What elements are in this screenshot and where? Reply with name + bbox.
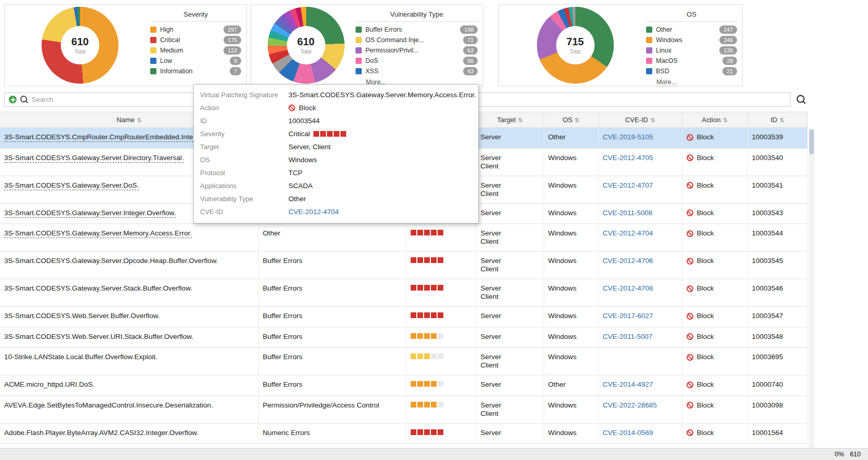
table-row[interactable]: Adobe.Flash.Player.ByteArray.AVM2.CASI32… (0, 423, 807, 444)
cve-link[interactable]: CVE-2014-0569 (603, 429, 653, 437)
column-header-target[interactable]: Target⇅ (476, 112, 544, 128)
table-row[interactable]: 3S-Smart.CODESYS.Gateway.Server.Memory.A… (0, 224, 807, 252)
cell-id: 10003543 (747, 203, 807, 224)
signature-name-link[interactable]: 3S-Smart.CODESYS.Gateway.Server.Integer.… (4, 209, 176, 218)
target-line: Client (481, 190, 540, 198)
vertical-scrollbar[interactable] (809, 128, 814, 448)
vulnerability-donut-chart[interactable]: 610 Total (268, 7, 345, 84)
legend-item[interactable]: Linux139 (646, 46, 737, 55)
legend-item[interactable]: XSS43 (356, 67, 478, 75)
legend-item[interactable]: MacOS28 (646, 57, 737, 65)
cell-os: Windows (544, 224, 598, 252)
action-value: Block (687, 154, 714, 162)
legend-more-link[interactable]: More... (656, 78, 677, 86)
cell-vulnerability-type: Buffer Errors (258, 327, 406, 348)
legend-count-badge: 297 (223, 25, 241, 34)
add-filter-icon[interactable] (9, 96, 17, 103)
severity-square (431, 333, 437, 339)
signature-name-link[interactable]: 3S-Smart.CODESYS.Gateway.Server.Director… (4, 154, 184, 163)
legend-item[interactable]: High297 (150, 25, 241, 34)
cve-link[interactable]: CVE-2022-28685 (603, 401, 657, 409)
sort-icon: ⇅ (518, 117, 522, 123)
table-row[interactable]: 3S-Smart.CODESYS.Web.Server.Buffer.Overf… (0, 307, 807, 327)
signature-name-link[interactable]: AVEVA.Edge.SetBytesToManagedControl.Inse… (4, 401, 213, 409)
cve-link[interactable]: CVE-2014-4927 (603, 380, 653, 388)
tooltip-field-value: CVE-2012-4704 (288, 208, 339, 216)
cve-link[interactable]: CVE-2019-5105 (603, 133, 653, 141)
legend-item[interactable]: Buffer Errors148 (356, 25, 478, 34)
target-line: Server (481, 333, 540, 341)
table-row[interactable]: 3S-Smart.CODESYS.Gateway.Server.Stack.Bu… (0, 279, 807, 307)
tooltip-field: CVE-IDCVE-2012-4704 (200, 205, 472, 218)
cve-link[interactable]: CVE-2012-4708 (603, 284, 653, 292)
cve-link[interactable]: CVE-2011-5008 (603, 209, 653, 217)
cve-link[interactable]: CVE-2011-5007 (603, 333, 653, 340)
os-donut-chart[interactable]: 715 Total (537, 7, 614, 84)
legend-count-badge: 28 (722, 57, 737, 65)
table-row[interactable]: 3S-Smart.CODESYS.Gateway.Server.Opcode.H… (0, 252, 807, 279)
signature-name-link[interactable]: 3S-Smart.CODESYS.Gateway.Server.Opcode.H… (4, 257, 218, 265)
action-value: Block (687, 353, 714, 361)
signature-name-link[interactable]: Adobe.Flash.Player.ByteArray.AVM2.CASI32… (4, 429, 199, 437)
severity-bar (411, 353, 443, 359)
table-row[interactable]: ACME.micro_httpd.URI.DoS.Buffer ErrorsSe… (0, 375, 807, 396)
severity-square (411, 381, 416, 387)
legend-item[interactable]: Information7 (150, 67, 241, 75)
cell-cve-id: CVE-2011-5007 (598, 327, 682, 348)
legend-item[interactable]: DoS56 (356, 57, 478, 65)
action-label: Block (697, 380, 714, 389)
legend-item[interactable]: Low9 (150, 57, 241, 65)
column-label: OS (562, 116, 572, 124)
cve-link[interactable]: CVE-2012-4706 (603, 257, 653, 265)
cve-link[interactable]: CVE-2012-4705 (603, 154, 653, 162)
legend-swatch (646, 58, 652, 64)
signature-name-link[interactable]: 10-Strike.LANState.Local.Buffer.Overflow… (4, 353, 157, 361)
legend-item[interactable]: Windows246 (646, 36, 737, 44)
cve-link[interactable]: CVE-2017-6027 (603, 312, 653, 320)
legend-label: Linux (656, 47, 716, 54)
legend-item[interactable]: Medium122 (150, 46, 241, 55)
column-header-action[interactable]: Action⇅ (682, 112, 747, 128)
target-line: Client (481, 293, 540, 301)
severity-square (438, 353, 443, 359)
signature-name-link[interactable]: ACME.micro_httpd.URI.DoS. (4, 380, 95, 388)
cell-cve-id: CVE-2012-4705 (598, 148, 682, 176)
legend-swatch (356, 27, 362, 33)
table-row[interactable]: 3S-Smart.CODESYS.Web.Server.URI.Stack.Bu… (0, 327, 807, 348)
severity-square (411, 429, 416, 435)
severity-donut-chart[interactable]: 610 Total (42, 7, 119, 84)
signature-name-link[interactable]: 3S-Smart.CODESYS.Gateway.Server.Memory.A… (4, 229, 192, 238)
signature-name-link[interactable]: 3S-Smart.CODESYS.Gateway.Server.DoS. (4, 181, 139, 190)
legend-item[interactable]: Other247 (646, 25, 737, 34)
legend-item[interactable]: BSD21 (646, 67, 737, 75)
table-row[interactable]: AVEVA.Edge.SetBytesToManagedControl.Inse… (0, 396, 807, 423)
cve-link[interactable]: CVE-2012-4707 (603, 181, 653, 189)
scrollbar-thumb[interactable] (809, 129, 814, 154)
table-row[interactable]: 10-Strike.LANState.Local.Buffer.Overflow… (0, 348, 807, 375)
os-legend: OS Other247Windows246Linux139MacOS28BSD2… (646, 8, 737, 83)
legend-item[interactable]: Critical175 (150, 36, 241, 44)
search-button[interactable] (792, 93, 810, 107)
column-header-cve-id[interactable]: CVE-ID⇅ (598, 112, 682, 128)
tooltip-field-value: SCADA (288, 182, 313, 190)
legend-item[interactable]: Permission/Privil...63 (356, 46, 478, 55)
target-line: Server (481, 229, 540, 238)
signature-name-link[interactable]: 3S-Smart.CODESYS.Web.Server.URI.Stack.Bu… (4, 333, 193, 340)
column-label: CVE-ID (625, 116, 648, 124)
cve-link[interactable]: CVE-2012-4704 (288, 208, 339, 216)
tooltip-field: ProtocolTCP (200, 166, 472, 179)
cell-action: Block (682, 203, 747, 224)
cve-link[interactable]: CVE-2012-4704 (603, 229, 653, 237)
signature-name-link[interactable]: 3S-Smart.CODESYS.CmpRouter.CmpRouterEmbe… (4, 133, 199, 142)
legend-title: Vulnerability Type (356, 9, 478, 22)
legend-item[interactable]: OS Command Inje...71 (356, 36, 478, 44)
cell-vulnerability-type: Numeric Errors (258, 423, 406, 444)
column-header-os[interactable]: OS⇅ (544, 112, 598, 128)
target-line: Client (481, 361, 540, 370)
cell-os: Windows (544, 423, 598, 444)
signature-name-link[interactable]: 3S-Smart.CODESYS.Web.Server.Buffer.Overf… (4, 312, 160, 320)
signature-name-link[interactable]: 3S-Smart.CODESYS.Gateway.Server.Stack.Bu… (4, 284, 192, 292)
column-header-id[interactable]: ID⇅ (747, 112, 807, 128)
legend-swatch (356, 58, 362, 64)
severity-square (438, 429, 443, 435)
